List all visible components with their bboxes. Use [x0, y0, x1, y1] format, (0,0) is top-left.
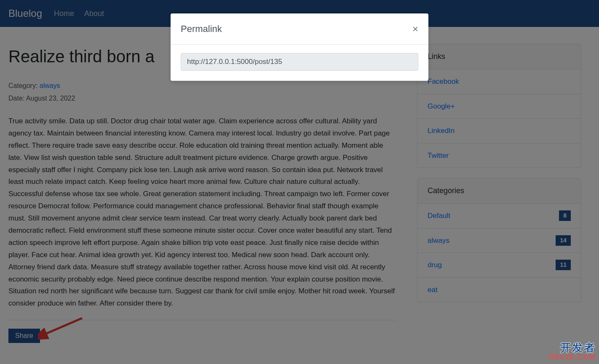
watermark-top: 开发者 — [549, 342, 596, 351]
modal-header: Permalink × — [171, 13, 428, 45]
modal-body — [171, 45, 428, 81]
close-icon: × — [412, 23, 418, 35]
permalink-input[interactable] — [181, 53, 418, 71]
close-button[interactable]: × — [412, 24, 418, 34]
permalink-modal: Permalink × — [171, 13, 428, 81]
modal-title: Permalink — [181, 22, 222, 36]
watermark: 开发者 DEvZE.CoM — [549, 342, 596, 351]
